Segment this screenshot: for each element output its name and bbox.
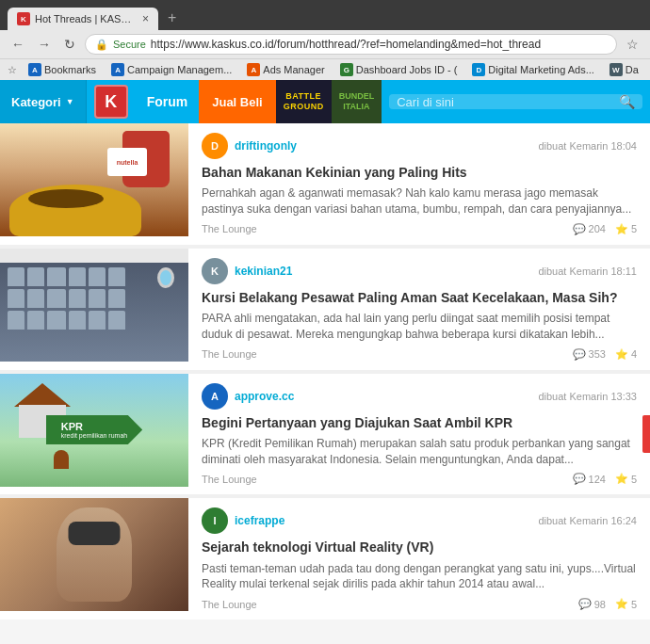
bookmark-label: Bookmarks bbox=[44, 64, 96, 75]
posts-container: nutella D driftingonly dibuat Kemarin 18… bbox=[0, 123, 650, 620]
post-meta: The Lounge 💬 204 ⭐ 5 bbox=[202, 223, 637, 235]
search-input[interactable] bbox=[397, 95, 619, 109]
secure-icon: 🔒 bbox=[95, 39, 108, 51]
post-thumbnail: nutella bbox=[0, 123, 188, 236]
bookmark-label: Ads Manager bbox=[263, 64, 324, 75]
jar-decoration: nutella bbox=[122, 131, 170, 187]
reply-number: 353 bbox=[589, 348, 606, 360]
post-content: I icefrappe dibuat Kemarin 16:24 Sejarah… bbox=[188, 498, 650, 620]
bookmark-digital[interactable]: D Digital Marketing Ads... bbox=[466, 61, 600, 78]
post-item: nutella D driftingonly dibuat Kemarin 18… bbox=[0, 123, 650, 245]
post-thumbnail: KPR kredit pemilikan rumah bbox=[0, 374, 188, 487]
star-number: 4 bbox=[631, 348, 637, 360]
browser-chrome: K Hot Threads | KASKUS × + bbox=[0, 0, 650, 30]
post-stats: 💬 124 ⭐ 5 bbox=[573, 473, 637, 485]
post-category[interactable]: The Lounge bbox=[202, 599, 257, 610]
tab-favicon: K bbox=[17, 12, 30, 25]
reload-button[interactable]: ↻ bbox=[60, 35, 79, 54]
post-thumbnail bbox=[0, 249, 188, 362]
seat bbox=[89, 311, 106, 330]
url-text: https://www.kaskus.co.id/forum/hotthread… bbox=[151, 38, 607, 51]
bookmark-icon: A bbox=[111, 63, 124, 76]
post-title[interactable]: Sejarah teknologi Virtual Reality (VR) bbox=[202, 539, 637, 555]
site-top-nav: Kategori ▼ K Forum Jual Beli BATTLEGROUN… bbox=[0, 80, 650, 123]
kategori-button[interactable]: Kategori ▼ bbox=[0, 80, 87, 123]
house-roof bbox=[14, 383, 71, 407]
seat bbox=[69, 267, 86, 286]
post-stats: 💬 204 ⭐ 5 bbox=[573, 223, 637, 235]
author-avatar: I bbox=[202, 507, 228, 534]
tab-label: Hot Threads | KASKUS bbox=[35, 13, 138, 24]
chocolate-decoration bbox=[28, 189, 104, 208]
post-category[interactable]: The Lounge bbox=[202, 223, 257, 234]
reply-count: 💬 124 bbox=[573, 473, 606, 485]
post-title[interactable]: Bahan Makanan Kekinian yang Paling Hits bbox=[202, 164, 637, 181]
post-author-row: I icefrappe dibuat Kemarin 16:24 bbox=[202, 507, 637, 534]
post-category[interactable]: The Lounge bbox=[202, 474, 257, 485]
new-tab-button[interactable]: + bbox=[160, 6, 184, 30]
author-name[interactable]: kekinian21 bbox=[235, 265, 292, 278]
post-excerpt: PARA ahli mengatakan, ada hal lain yang … bbox=[202, 311, 637, 343]
red-indicator bbox=[642, 415, 650, 453]
bookmark-item[interactable]: A Bookmarks bbox=[23, 61, 102, 78]
vr-headset bbox=[69, 522, 121, 545]
reply-count: 💬 204 bbox=[573, 223, 606, 235]
seat bbox=[8, 289, 24, 308]
old-man-silhouette bbox=[57, 507, 132, 602]
author-name[interactable]: icefrappe bbox=[235, 514, 284, 527]
tab-bar: K Hot Threads | KASKUS × + bbox=[8, 6, 642, 30]
post-item: KPR kredit pemilikan rumah A approve.cc … bbox=[0, 374, 650, 495]
seat bbox=[8, 311, 24, 330]
post-time: dibuat Kemarin 18:04 bbox=[538, 140, 637, 152]
bookmark-icon: A bbox=[28, 63, 41, 76]
bookmark-w[interactable]: W Da bbox=[604, 61, 644, 78]
bookmark-campaign[interactable]: A Campaign Managem... bbox=[106, 61, 237, 78]
seat bbox=[27, 311, 44, 330]
post-time: dibuat Kemarin 16:24 bbox=[538, 515, 637, 526]
address-bar[interactable]: 🔒 Secure https://www.kaskus.co.id/forum/… bbox=[85, 34, 617, 55]
search-button[interactable]: 🔍 bbox=[619, 94, 635, 109]
author-name[interactable]: driftingonly bbox=[235, 139, 297, 153]
bookmark-label: Digital Marketing Ads... bbox=[488, 64, 594, 75]
author-avatar: K bbox=[202, 258, 228, 284]
star-count: ⭐ 4 bbox=[615, 348, 637, 361]
active-tab[interactable]: K Hot Threads | KASKUS × bbox=[8, 8, 158, 30]
bookmark-dashboard[interactable]: G Dashboard Jobs ID - ( bbox=[334, 61, 463, 78]
post-title[interactable]: Kursi Belakang Pesawat Paling Aman Saat … bbox=[202, 289, 637, 306]
post-meta: The Lounge 💬 353 ⭐ 4 bbox=[202, 348, 637, 361]
post-title[interactable]: Begini Pertanyaan yang Diajukan Saat Amb… bbox=[202, 414, 637, 431]
star-count: ⭐ 5 bbox=[615, 598, 637, 610]
bookmark-star-button[interactable]: ☆ bbox=[623, 35, 642, 54]
back-button[interactable]: ← bbox=[8, 35, 28, 54]
bookmark-icon: W bbox=[609, 63, 623, 76]
reply-count: 💬 98 bbox=[578, 598, 606, 610]
star-icon: ⭐ bbox=[615, 473, 628, 485]
tab-close-button[interactable]: × bbox=[142, 12, 149, 25]
kpr-subtitle: kredit pemilikan rumah bbox=[61, 432, 127, 439]
author-name[interactable]: approve.cc bbox=[235, 390, 294, 403]
seat bbox=[89, 267, 106, 286]
bundling-banner[interactable]: BUNDELITALIA bbox=[332, 80, 382, 123]
post-category[interactable]: The Lounge bbox=[202, 348, 257, 360]
bookmarks-label: ☆ bbox=[8, 64, 17, 76]
seat bbox=[8, 267, 24, 286]
jual-beli-button[interactable]: Jual Beli bbox=[199, 80, 275, 123]
search-area[interactable]: 🔍 bbox=[389, 94, 642, 109]
post-author: K kekinian21 bbox=[202, 258, 292, 284]
battle-ground-banner[interactable]: BATTLEGROUND bbox=[276, 80, 332, 123]
bookmark-ads[interactable]: A Ads Manager bbox=[241, 61, 330, 78]
plane-ceiling bbox=[0, 249, 188, 263]
seat-aisle bbox=[47, 267, 66, 286]
forum-link[interactable]: Forum bbox=[136, 80, 200, 123]
post-time: dibuat Kemarin 13:33 bbox=[538, 391, 637, 402]
reply-icon: 💬 bbox=[578, 598, 592, 610]
post-meta: The Lounge 💬 98 ⭐ 5 bbox=[202, 598, 637, 610]
seat bbox=[89, 289, 106, 308]
kaskus-logo[interactable]: K bbox=[94, 85, 128, 119]
seat bbox=[27, 289, 44, 308]
reply-number: 204 bbox=[589, 223, 606, 234]
star-icon: ⭐ bbox=[615, 223, 628, 235]
forward-button[interactable]: → bbox=[34, 35, 55, 54]
bookmark-icon: A bbox=[247, 63, 260, 76]
post-stats: 💬 98 ⭐ 5 bbox=[578, 598, 637, 610]
